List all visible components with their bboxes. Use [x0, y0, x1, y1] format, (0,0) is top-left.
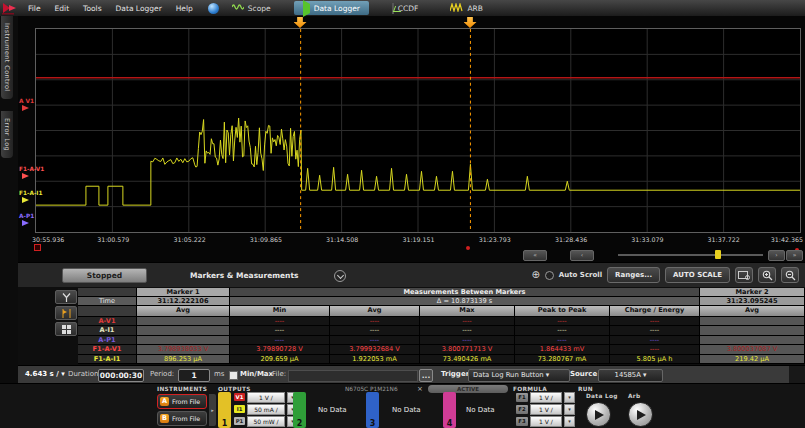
cell-min: 3.79890728 V	[230, 345, 330, 354]
cell-peak-to-peak: ----	[515, 336, 610, 345]
chevron-down-icon[interactable]: ▾	[564, 404, 575, 415]
markers-icon[interactable]	[55, 306, 77, 320]
instruments-expander[interactable]: ▸	[209, 394, 216, 426]
marker-2-handle[interactable]	[464, 17, 477, 28]
formula-scale-dropdown[interactable]: 1 V /	[530, 416, 562, 427]
grid-view-icon[interactable]	[55, 322, 77, 336]
session-close-icon[interactable]: ×	[417, 385, 423, 393]
channel-1-v1-row: V11 V /▾	[234, 392, 298, 402]
markers-delta: Δ = 10.873139 s	[230, 297, 700, 306]
formula-scale-dropdown[interactable]: 1 V /	[530, 404, 562, 415]
app-tab-label: Data Logger	[314, 4, 360, 13]
x-axis-tick: 31:14.508	[326, 236, 358, 243]
cell-avg: ----	[330, 317, 420, 326]
chevron-down-icon[interactable]: ▾	[564, 416, 575, 427]
sidebar-tab-instrument-control[interactable]: Instrument Control	[1, 16, 13, 99]
scale-dropdown[interactable]: 50 mA /	[247, 404, 285, 415]
browse-button[interactable]: ...	[419, 369, 433, 382]
scale-dropdown[interactable]: 1 V /	[247, 392, 285, 403]
table-tool-rail	[55, 290, 77, 338]
marker2-header: Marker 2	[700, 288, 805, 297]
app-tab-ccdf[interactable]: CCDF	[383, 1, 428, 15]
data-log-play-button[interactable]	[586, 402, 611, 427]
source-dropdown[interactable]: 14585A ▾	[598, 369, 663, 382]
stat-header-empty	[78, 306, 137, 317]
scroll-first-button[interactable]: «	[523, 250, 547, 261]
scroll-prev-button[interactable]: ‹	[570, 250, 594, 261]
scroll-handle[interactable]	[715, 250, 721, 259]
measurement-setup-icon[interactable]	[55, 290, 77, 304]
auto-scroll-radio[interactable]	[545, 271, 554, 280]
menu-tools[interactable]: Tools	[76, 4, 108, 13]
zoom-out-icon[interactable]	[781, 267, 799, 283]
instrument-label: From File	[172, 415, 200, 422]
cell-charge-energy: ----	[610, 326, 700, 335]
instrument-a-from-file-button[interactable]: AFrom File	[157, 394, 207, 409]
cell-min: ----	[230, 317, 330, 326]
cell-marker2-avg	[700, 317, 805, 326]
cell-marker1-avg	[137, 336, 230, 345]
arb-play-button[interactable]	[628, 402, 653, 427]
zoom-region-icon[interactable]	[735, 267, 753, 283]
file-label: File:	[272, 370, 286, 378]
sidebar-tab-error-log[interactable]: Error Log	[1, 111, 13, 158]
cell-max: ----	[420, 317, 515, 326]
panel-collapse-chevron-icon[interactable]	[334, 270, 346, 282]
minmax-label: Min/Max	[240, 370, 273, 378]
app-tab-scope[interactable]: Scope	[223, 1, 280, 15]
cell-max: ----	[420, 336, 515, 345]
minmax-checkbox[interactable]	[229, 371, 238, 380]
crosshair-icon[interactable]: ⊕	[531, 268, 539, 282]
chevron-down-icon[interactable]: ▾	[564, 392, 575, 403]
cell-marker2-avg	[700, 336, 805, 345]
waveform-plot[interactable]	[35, 28, 801, 233]
scroll-last-button[interactable]: »	[786, 250, 803, 261]
menu-edit[interactable]: Edit	[48, 4, 77, 13]
auto-scale-button[interactable]: AUTO SCALE	[665, 267, 730, 283]
duration-field[interactable]: 000:00:30	[98, 369, 144, 382]
stat-header-avg: Avg	[700, 306, 805, 317]
cell-marker2-avg: 3.800037087 V	[700, 345, 805, 354]
trace-arrow-icon	[22, 105, 29, 111]
stat-header-avg: Avg	[137, 306, 230, 317]
channel-1-i1-row: I150 mA /▾	[234, 404, 298, 414]
zoom-in-icon[interactable]	[758, 267, 776, 283]
x-axis-tick: 31:33.079	[631, 236, 663, 243]
instruments-header: INSTRUMENTS	[157, 386, 207, 392]
row-label-a-i1: A-I1	[78, 326, 137, 335]
row-label-a-p1: A-P1	[78, 336, 137, 345]
cell-charge-energy: ----	[610, 345, 700, 354]
stat-header-max: Max	[420, 306, 515, 317]
file-path-input[interactable]	[288, 370, 418, 382]
marker-1-handle[interactable]	[294, 17, 307, 28]
stat-header-charge-energy: Charge / Energy	[610, 306, 700, 317]
source-label: Source	[570, 370, 597, 378]
trace-label-a-p1: A-P1	[19, 213, 34, 219]
benchvue-icon[interactable]	[208, 3, 219, 14]
app-tab-data-logger[interactable]: Data Logger	[294, 1, 369, 15]
app-tabs: ScopeData LoggerCCDFARB	[223, 1, 492, 15]
instrument-label: From File	[172, 398, 200, 405]
cell-peak-to-peak: ----	[515, 317, 610, 326]
period-unit: ms	[214, 370, 224, 378]
menu-data-logger[interactable]: Data Logger	[109, 4, 169, 13]
scroll-track[interactable]	[618, 254, 763, 256]
app-tab-arb[interactable]: ARB	[441, 1, 492, 15]
formula-f2-row: F21 V /▾	[516, 404, 575, 414]
instrument-b-from-file-button[interactable]: BFrom File	[157, 411, 207, 426]
menu-help[interactable]: Help	[169, 4, 200, 13]
stopped-status-button[interactable]: Stopped	[62, 268, 147, 283]
formula-scale-dropdown[interactable]: 1 V /	[530, 392, 562, 403]
scroll-next-button[interactable]: ›	[768, 250, 785, 261]
cell-charge-energy: ----	[610, 317, 700, 326]
period-label: Period:	[150, 370, 174, 378]
cell-max: 3.800771713 V	[420, 345, 515, 354]
time-per-div-dropdown[interactable]: 4.643 s / ▾	[25, 370, 65, 378]
trigger-dropdown[interactable]: Data Log Run Button ▾	[468, 369, 570, 382]
active-badge: ACTIVE	[428, 385, 508, 393]
menu-file[interactable]: File	[21, 4, 48, 13]
period-field[interactable]: 1	[178, 369, 210, 382]
scale-dropdown[interactable]: 50 mW /	[247, 416, 285, 427]
cell-avg: 3.799932684 V	[330, 345, 420, 354]
ranges-button[interactable]: Ranges...	[607, 267, 660, 283]
